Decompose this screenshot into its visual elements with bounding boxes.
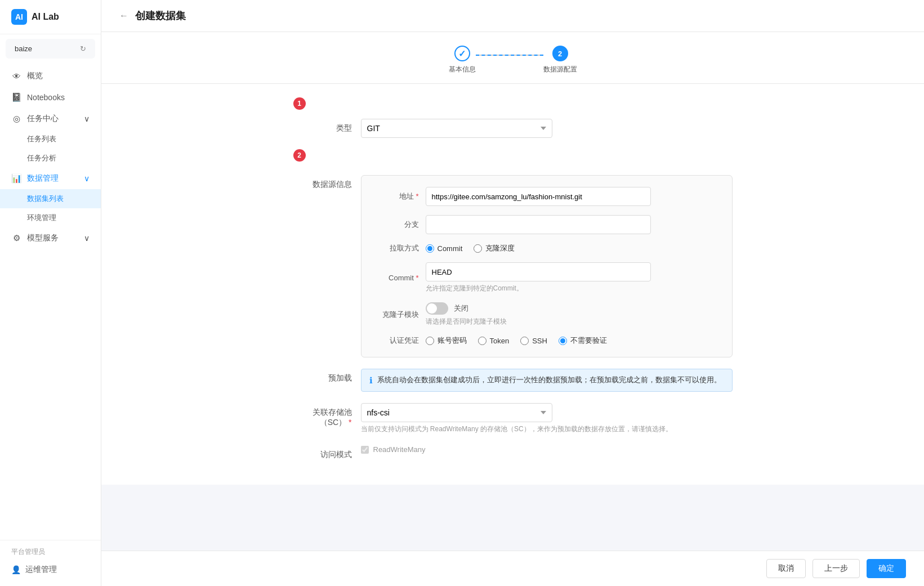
clone-submodule-toggle[interactable] — [426, 302, 448, 315]
step-connector — [476, 55, 543, 56]
model-icon: ⚙ — [11, 233, 21, 243]
app-logo: AI AI Lab — [0, 0, 101, 34]
pull-option-commit-label: Commit — [438, 244, 463, 253]
auth-row: 认证凭证 账号密码 Token — [375, 336, 718, 346]
sidebar-sub-label: 任务列表 — [27, 134, 56, 144]
sidebar-item-notebooks[interactable]: 📓 Notebooks — [0, 87, 101, 108]
auth-option-token-label: Token — [490, 337, 510, 345]
sidebar-item-env-management[interactable]: 环境管理 — [0, 208, 101, 227]
sc-label: 关联存储池（SC） * — [293, 403, 361, 428]
sidebar-item-overview[interactable]: 👁 概览 — [0, 65, 101, 87]
branch-input[interactable] — [426, 215, 651, 234]
sidebar-sub-label: 环境管理 — [27, 213, 56, 223]
preload-row: 预加载 ℹ 系统自动会在数据集创建成功后，立即进行一次性的数据预加载；在预加载完… — [293, 369, 733, 392]
access-mode-checkbox-row: ReadWriteMany — [361, 445, 733, 454]
preload-info-text: 系统自动会在数据集创建成功后，立即进行一次性的数据预加载；在预加载完成之前，数据… — [377, 375, 721, 385]
sc-select[interactable]: nfs-csi — [361, 403, 552, 422]
step-circle-2: 2 — [552, 46, 568, 61]
refresh-icon[interactable]: ↻ — [80, 44, 86, 53]
auth-option-account-label: 账号密码 — [438, 336, 467, 346]
clone-submodule-label: 克隆子模块 — [375, 310, 426, 320]
sidebar-item-label: 概览 — [27, 71, 43, 81]
main-content: ← 创建数据集 ✓ 基本信息 2 数据源配置 — [101, 0, 924, 586]
sidebar-sub-label: 任务分析 — [27, 153, 56, 163]
pull-method-label: 拉取方式 — [375, 243, 426, 253]
sidebar-item-model-service[interactable]: ⚙ 模型服务 ∨ — [0, 227, 101, 249]
prev-button[interactable]: 上一步 — [813, 559, 860, 578]
chevron-down-icon: ∨ — [84, 234, 90, 243]
sidebar-item-task-list[interactable]: 任务列表 — [0, 129, 101, 149]
auth-option-account[interactable]: 账号密码 — [426, 336, 467, 346]
steps-bar: ✓ 基本信息 2 数据源配置 — [101, 32, 924, 84]
address-input[interactable] — [426, 187, 651, 206]
sidebar-item-task-center[interactable]: ◎ 任务中心 ∨ — [0, 108, 101, 129]
pull-option-commit[interactable]: Commit — [426, 244, 463, 253]
step-label-1: 基本信息 — [449, 65, 476, 74]
sidebar-bottom: 平台管理员 👤 运维管理 — [0, 540, 101, 586]
commit-input[interactable] — [426, 262, 651, 281]
step-badge-1: 1 — [293, 97, 306, 110]
namespace-selector[interactable]: baize ↻ — [6, 39, 95, 59]
checkmark-icon: ✓ — [458, 48, 466, 59]
ops-icon: 👤 — [11, 565, 21, 574]
type-row: 类型 GIT S3 NFS HTTP — [293, 119, 733, 138]
pull-method-row: 拉取方式 Commit 克隆深度 — [375, 243, 718, 253]
datasource-label: 数据源信息 — [293, 175, 361, 190]
auth-option-no-auth-label: 不需要验证 — [570, 336, 607, 346]
data-icon: 📊 — [11, 173, 21, 184]
sidebar-sub-label: 数据集列表 — [27, 194, 64, 204]
page-body: ✓ 基本信息 2 数据源配置 1 类型 — [101, 32, 924, 551]
sidebar-item-ops[interactable]: 👤 运维管理 — [11, 560, 90, 579]
cancel-button[interactable]: 取消 — [766, 559, 806, 578]
auth-option-ssh[interactable]: SSH — [520, 337, 547, 345]
datasource-row: 数据源信息 地址 * — [293, 175, 733, 357]
pull-method-group: Commit 克隆深度 — [426, 243, 515, 253]
footer-bar: 取消 上一步 确定 — [101, 551, 924, 586]
info-box: 地址 * 分支 — [361, 175, 733, 357]
auth-group: 账号密码 Token SSH — [426, 336, 607, 346]
clone-submodule-row: 克隆子模块 关闭 请选择是否同时克隆子模块 — [375, 302, 718, 326]
logo-icon: AI — [11, 9, 27, 25]
info-icon: ℹ — [369, 375, 373, 386]
commit-hint: 允许指定克隆到特定的Commit。 — [426, 284, 651, 293]
sidebar-item-label: Notebooks — [27, 93, 65, 102]
confirm-button[interactable]: 确定 — [867, 559, 906, 578]
branch-label: 分支 — [375, 220, 426, 230]
sc-hint: 当前仅支持访问模式为 ReadWriteMany 的存储池（SC），来作为预加载… — [361, 424, 733, 434]
access-mode-checkbox — [361, 446, 369, 454]
namespace-label: baize — [15, 44, 32, 53]
step-circle-1: ✓ — [454, 46, 470, 61]
auth-label: 认证凭证 — [375, 336, 426, 346]
sc-row: 关联存储池（SC） * nfs-csi 当前仅支持访问模式为 ReadWrite… — [293, 403, 733, 434]
sidebar-item-label: 数据管理 — [27, 173, 59, 184]
task-icon: ◎ — [11, 114, 21, 124]
sidebar: AI AI Lab baize ↻ 👁 概览 📓 Notebooks ◎ 任务中… — [0, 0, 101, 586]
pull-option-clone-depth-label: 克隆深度 — [485, 243, 515, 253]
type-select[interactable]: GIT S3 NFS HTTP — [361, 119, 552, 138]
sidebar-nav: 👁 概览 📓 Notebooks ◎ 任务中心 ∨ 任务列表 任务分析 📊 数据… — [0, 63, 101, 540]
toggle-wrap: 关闭 — [426, 302, 507, 315]
sidebar-item-label: 模型服务 — [27, 233, 59, 243]
sidebar-item-label: 任务中心 — [27, 114, 59, 124]
step-label-2: 数据源配置 — [543, 65, 577, 74]
toggle-label: 关闭 — [454, 303, 468, 314]
step-badge-2: 2 — [293, 149, 306, 162]
access-mode-row: 访问模式 ReadWriteMany — [293, 445, 733, 460]
step-number-2: 2 — [558, 50, 562, 58]
address-label: 地址 * — [375, 191, 426, 202]
preload-info-box: ℹ 系统自动会在数据集创建成功后，立即进行一次性的数据预加载；在预加载完成之前，… — [361, 369, 733, 392]
type-label: 类型 — [293, 119, 361, 133]
sidebar-item-dataset-list[interactable]: 数据集列表 — [0, 189, 101, 208]
eye-icon: 👁 — [11, 71, 21, 81]
step-basic-info: ✓ 基本信息 — [449, 46, 476, 74]
sidebar-item-data-management[interactable]: 📊 数据管理 ∨ — [0, 168, 101, 189]
step-data-source: 2 数据源配置 — [543, 46, 577, 74]
sidebar-item-task-analysis[interactable]: 任务分析 — [0, 149, 101, 168]
auth-option-no-auth[interactable]: 不需要验证 — [559, 336, 607, 346]
pull-option-clone-depth[interactable]: 克隆深度 — [474, 243, 515, 253]
page-header: ← 创建数据集 — [101, 0, 924, 32]
auth-option-token[interactable]: Token — [478, 337, 510, 345]
back-button[interactable]: ← — [119, 11, 128, 21]
auth-option-ssh-label: SSH — [532, 337, 547, 345]
preload-label: 预加载 — [293, 369, 361, 383]
